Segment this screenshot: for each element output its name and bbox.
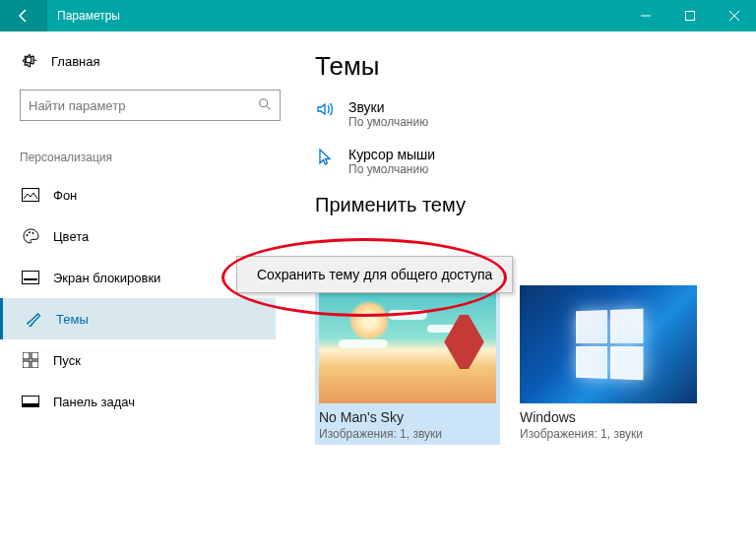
svg-rect-10	[23, 352, 30, 359]
setting-sounds[interactable]: Звуки По умолчанию	[315, 99, 756, 129]
apply-theme-heading: Применить тему	[315, 194, 756, 216]
svg-point-6	[29, 231, 31, 233]
theme-card[interactable]: Windows Изображения: 1, звуки	[520, 285, 697, 445]
lockscreen-icon	[22, 271, 39, 284]
theme-card[interactable]: No Man's Sky Изображения: 1, звуки	[315, 281, 500, 445]
svg-point-7	[32, 232, 34, 234]
palette-icon	[22, 227, 39, 245]
sidebar-item-taskbar[interactable]: Панель задач	[20, 381, 295, 422]
svg-point-2	[260, 98, 268, 106]
context-menu-item-save-share[interactable]: Сохранить тему для общего доступа	[237, 257, 512, 292]
sound-icon	[315, 99, 335, 119]
sidebar-item-start[interactable]: Пуск	[20, 339, 295, 381]
svg-rect-15	[23, 403, 39, 407]
windows-logo-icon	[576, 309, 644, 381]
theme-thumbnail	[319, 285, 496, 403]
theme-name: No Man's Sky	[319, 409, 496, 425]
window-title: Параметры	[47, 9, 623, 23]
titlebar: Параметры	[0, 0, 756, 31]
svg-rect-9	[24, 278, 37, 280]
section-label: Персонализация	[20, 151, 295, 164]
sidebar-item-label: Экран блокировки	[53, 271, 160, 285]
sidebar-item-label: Фон	[53, 188, 77, 203]
setting-title: Курсор мыши	[348, 147, 435, 162]
page-title: Темы	[315, 51, 756, 82]
svg-rect-4	[23, 189, 39, 202]
sidebar-item-label: Пуск	[53, 353, 81, 368]
svg-rect-8	[23, 272, 39, 284]
cursor-icon	[315, 147, 335, 166]
sidebar-item-label: Цвета	[53, 229, 89, 244]
theme-name: Windows	[520, 409, 697, 425]
theme-sub: Изображения: 1, звуки	[319, 427, 496, 441]
context-menu: Сохранить тему для общего доступа	[236, 256, 513, 293]
taskbar-icon	[22, 396, 39, 407]
close-button[interactable]	[712, 0, 756, 31]
sidebar-item-label: Темы	[56, 312, 89, 327]
minimize-button[interactable]	[623, 0, 667, 31]
picture-icon	[22, 188, 39, 202]
sidebar-item-themes[interactable]: Темы	[0, 298, 276, 339]
theme-thumbnail	[520, 285, 697, 403]
search-input[interactable]: Найти параметр	[20, 90, 281, 121]
back-button[interactable]	[0, 0, 47, 31]
maximize-button[interactable]	[667, 0, 712, 31]
themes-list: No Man's Sky Изображения: 1, звуки Windo…	[315, 285, 756, 445]
svg-point-5	[27, 234, 29, 236]
theme-sub: Изображения: 1, звуки	[520, 427, 697, 441]
window-controls	[623, 0, 756, 31]
search-placeholder: Найти параметр	[29, 98, 125, 113]
sidebar-item-background[interactable]: Фон	[20, 174, 295, 215]
home-label: Главная	[51, 54, 99, 69]
svg-rect-11	[32, 352, 38, 359]
setting-title: Звуки	[348, 99, 428, 115]
home-nav[interactable]: Главная	[20, 51, 295, 72]
setting-sub: По умолчанию	[348, 115, 428, 129]
sidebar-item-label: Панель задач	[53, 395, 135, 409]
main-content: Темы Звуки По умолчанию Курсор мыши По у…	[295, 31, 756, 550]
setting-sub: По умолчанию	[348, 162, 435, 176]
search-icon	[258, 97, 272, 114]
sidebar-item-colors[interactable]: Цвета	[20, 215, 295, 257]
start-icon	[22, 352, 39, 368]
svg-rect-13	[32, 361, 38, 368]
svg-rect-1	[685, 12, 694, 21]
svg-line-3	[267, 105, 271, 109]
svg-rect-12	[23, 361, 30, 368]
setting-cursor[interactable]: Курсор мыши По умолчанию	[315, 147, 756, 176]
gear-icon	[20, 51, 37, 72]
brush-icon	[25, 310, 42, 328]
